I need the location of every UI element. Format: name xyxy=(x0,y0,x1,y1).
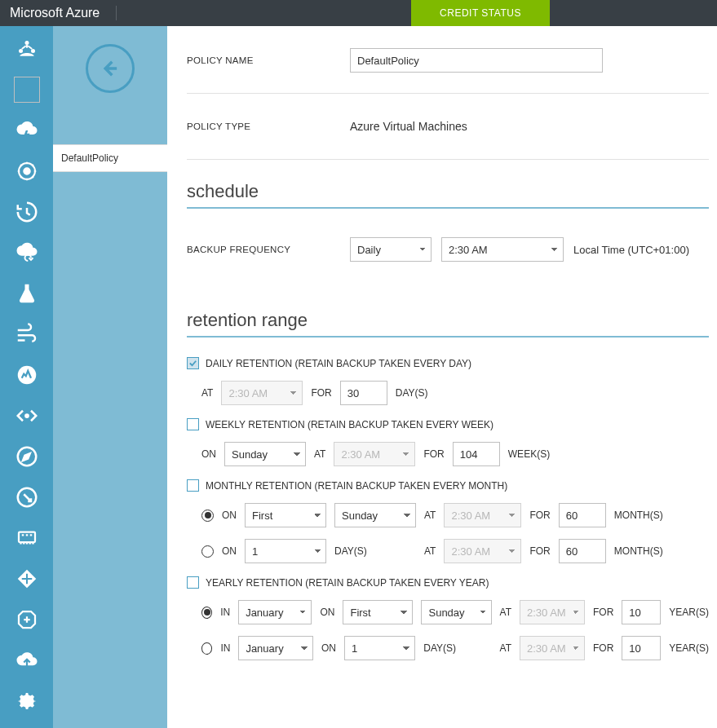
monthly-at2-label: AT xyxy=(424,545,436,557)
backup-frequency-label: BACKUP FREQUENCY xyxy=(187,245,350,254)
daily-time-select: 2:30 AM xyxy=(221,381,303,405)
yearly-month2-select[interactable]: January xyxy=(238,636,313,660)
yearly-count1-input[interactable] xyxy=(622,600,661,624)
back-button[interactable] xyxy=(86,44,135,93)
monthly-mode1-radio[interactable] xyxy=(201,510,214,522)
nav-icon-wind[interactable] xyxy=(14,321,40,347)
yearly-dom-select[interactable]: 1 xyxy=(344,636,415,660)
yearly-retention-label: YEARLY RETENTION (RETAIN BACKUP TAKEN EV… xyxy=(206,577,489,589)
monthly-at1-label: AT xyxy=(424,510,436,521)
topbar: Microsoft Azure CREDIT STATUS xyxy=(0,0,717,26)
daily-unit-label: DAY(S) xyxy=(396,387,428,399)
monthly-for2-label: FOR xyxy=(529,545,550,557)
svg-rect-9 xyxy=(19,532,35,543)
nav-icon-cloud[interactable] xyxy=(14,77,40,103)
nav-icon-code[interactable] xyxy=(14,403,40,429)
monthly-day-select[interactable]: Sunday xyxy=(334,503,416,527)
weekly-time-select: 2:30 AM xyxy=(334,442,415,466)
yearly-day-select[interactable]: Sunday xyxy=(421,600,491,624)
policy-name-label: POLICY NAME xyxy=(187,55,350,65)
policy-type-label: POLICY TYPE xyxy=(187,121,350,131)
monthly-time2-select: 2:30 AM xyxy=(444,539,521,563)
yearly-count2-input[interactable] xyxy=(622,636,661,660)
nav-icon-cloud-bolt[interactable] xyxy=(14,117,40,143)
nav-icon-history[interactable] xyxy=(14,199,40,225)
monthly-count2-input[interactable] xyxy=(559,539,606,563)
timezone-label: Local Time (UTC+01:00) xyxy=(573,244,689,256)
weekly-retention-checkbox[interactable] xyxy=(187,418,199,430)
yearly-at2-label: AT xyxy=(500,642,511,654)
yearly-in1-label: IN xyxy=(220,607,230,618)
nav-icon-memory[interactable] xyxy=(14,525,40,551)
nav-icon-remote[interactable] xyxy=(14,484,40,510)
monthly-mode2-radio[interactable] xyxy=(201,545,214,558)
daily-count-input[interactable] xyxy=(340,381,387,405)
monthly-retention-label: MONTHLY RETENTION (RETAIN BACKUP TAKEN E… xyxy=(206,480,507,492)
breadcrumb-item[interactable]: DefaultPolicy xyxy=(53,144,167,172)
yearly-retention-checkbox[interactable] xyxy=(187,576,199,589)
nav-icon-cloud-sync[interactable] xyxy=(14,240,40,266)
weekly-retention-label: WEEKLY RETENTION (RETAIN BACKUP TAKEN EV… xyxy=(206,419,493,430)
breadcrumb-blade: DefaultPolicy xyxy=(53,26,167,728)
weekly-on-label: ON xyxy=(201,448,216,460)
monthly-unit2-label: MONTH(S) xyxy=(614,545,663,557)
yearly-month1-select[interactable]: January xyxy=(238,600,312,624)
monthly-time1-select: 2:30 AM xyxy=(444,503,521,527)
daily-retention-checkbox[interactable] xyxy=(187,357,199,369)
weekly-unit-label: WEEK(S) xyxy=(508,448,550,460)
nav-icon-flask[interactable] xyxy=(14,280,40,307)
brand-label: Microsoft Azure xyxy=(0,6,109,20)
monthly-on1-label: ON xyxy=(222,510,237,521)
retention-title: retention range xyxy=(187,310,709,331)
nav-icon-compass[interactable] xyxy=(14,443,40,470)
weekly-day-select[interactable]: Sunday xyxy=(224,442,306,466)
yearly-ordinal-select[interactable]: First xyxy=(343,600,413,624)
monthly-unit1-label: MONTH(S) xyxy=(614,510,663,521)
credit-status-button[interactable]: CREDIT STATUS xyxy=(411,0,550,26)
monthly-for1-label: FOR xyxy=(529,510,550,521)
nav-icon-all-services[interactable] xyxy=(14,36,40,62)
nav-icon-gear-clock[interactable] xyxy=(14,158,40,184)
daily-retention-label: DAILY RETENTION (RETAIN BACKUP TAKEN EVE… xyxy=(206,358,471,369)
nav-icon-settings[interactable] xyxy=(14,688,40,714)
nav-rail xyxy=(0,26,53,728)
monthly-dom-select[interactable]: 1 xyxy=(245,539,326,563)
yearly-unit1-label: YEAR(S) xyxy=(669,607,709,618)
backup-time-select[interactable]: 2:30 AM xyxy=(441,237,564,262)
monthly-count1-input[interactable] xyxy=(559,503,606,527)
yearly-in2-label: IN xyxy=(220,642,230,654)
svg-point-1 xyxy=(19,49,23,53)
svg-point-6 xyxy=(25,414,28,417)
nav-icon-cloud-upload[interactable] xyxy=(14,647,40,673)
weekly-at-label: AT xyxy=(314,448,325,460)
monthly-on2-label: ON xyxy=(222,545,237,557)
yearly-for1-label: FOR xyxy=(593,607,613,618)
yearly-on2-label: ON xyxy=(321,642,336,654)
shell: DefaultPolicy POLICY NAME POLICY TYPE Az… xyxy=(0,26,717,728)
weekly-count-input[interactable] xyxy=(453,442,500,466)
weekly-for-label: FOR xyxy=(423,448,444,460)
backup-frequency-select[interactable]: Daily xyxy=(350,237,432,262)
daily-for-label: FOR xyxy=(311,387,331,399)
schedule-title: schedule xyxy=(187,181,709,202)
yearly-for2-label: FOR xyxy=(593,642,613,654)
svg-point-2 xyxy=(31,49,35,53)
yearly-time2-select: 2:30 AM xyxy=(520,636,585,660)
policy-name-input[interactable] xyxy=(350,48,603,73)
monthly-retention-checkbox[interactable] xyxy=(187,479,199,492)
nav-icon-monitor[interactable] xyxy=(14,362,40,388)
yearly-mode1-radio[interactable] xyxy=(201,607,212,619)
yearly-at1-label: AT xyxy=(500,607,511,618)
yearly-on1-label: ON xyxy=(320,607,334,618)
yearly-mode2-radio[interactable] xyxy=(201,642,212,655)
monthly-dayunit-label: DAY(S) xyxy=(334,545,416,557)
daily-at-label: AT xyxy=(201,387,213,399)
nav-icon-add-module[interactable] xyxy=(14,607,40,633)
yearly-dayunit-label: DAY(S) xyxy=(423,642,491,654)
nav-icon-diamond[interactable] xyxy=(14,566,40,592)
svg-point-4 xyxy=(24,168,30,174)
yearly-time1-select: 2:30 AM xyxy=(520,600,585,624)
monthly-ordinal-select[interactable]: First xyxy=(245,503,326,527)
svg-point-0 xyxy=(24,41,29,45)
yearly-unit2-label: YEAR(S) xyxy=(669,642,709,654)
